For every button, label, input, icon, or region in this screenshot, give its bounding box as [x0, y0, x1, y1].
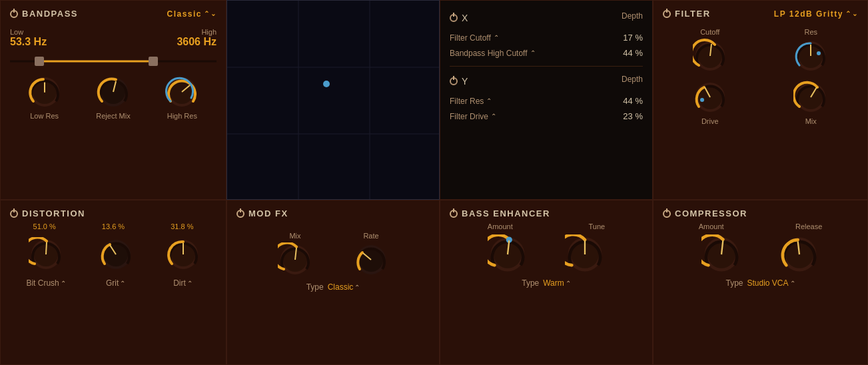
lfo-controls-panel: X Depth Filter Cutoff ⌃ 17 % Bandpass Hi…: [440, 0, 653, 200]
bandpass-low-group: Low 53.3 Hz: [10, 28, 47, 48]
compressor-title-row: COMPRESSOR: [663, 208, 858, 218]
low-res-knob-container: Low Res: [27, 75, 62, 120]
bandpass-high-group: High 3606 Hz: [177, 28, 217, 48]
comp-amount-label: Amount: [699, 222, 724, 230]
bass-type-row[interactable]: Type Warm ⌃: [450, 278, 643, 288]
x-param-0: Filter Cutoff ⌃ 17 %: [450, 30, 643, 45]
comp-release-knob[interactable]: [779, 234, 819, 274]
slider-fill: [41, 61, 155, 63]
bandpass-high-label: High: [177, 28, 217, 36]
modfx-mix-label: Mix: [289, 232, 300, 240]
comp-amount-knob-container: [701, 234, 741, 274]
modfx-mix-knob[interactable]: [278, 242, 312, 277]
compressor-type-row[interactable]: Type Studio VCA ⌃: [663, 278, 858, 288]
filter-title-row: FILTER LP 12dB Gritty ⌃⌄: [663, 9, 858, 19]
cutoff-label: Cutoff: [700, 28, 719, 36]
svg-point-17: [817, 51, 821, 55]
bandpass-hz-row: Low 53.3 Hz High 3606 Hz: [10, 28, 217, 48]
svg-line-28: [46, 242, 47, 254]
compressor-title: COMPRESSOR: [675, 208, 747, 218]
bandpass-power-icon[interactable]: [10, 10, 18, 18]
xy-pad-panel[interactable]: [226, 0, 440, 200]
bass-amount-knob[interactable]: [488, 234, 528, 274]
x-param-1: Bandpass High Cutoff ⌃ 44 %: [450, 45, 643, 61]
grit-knob[interactable]: [99, 237, 133, 272]
low-res-knob[interactable]: [27, 75, 62, 109]
modfx-power-icon[interactable]: [236, 210, 244, 218]
y-power-icon[interactable]: [450, 77, 458, 85]
filter-power-icon[interactable]: [663, 10, 671, 18]
high-res-knob[interactable]: [165, 75, 199, 109]
bit-crush-value: 51.0 %: [33, 222, 56, 230]
reject-mix-knob[interactable]: [96, 75, 131, 109]
distortion-power-icon[interactable]: [10, 210, 18, 218]
x-axis-title: X: [450, 13, 468, 23]
grit-subtype[interactable]: Grit ⌃: [106, 278, 125, 288]
y-param-0: Filter Res ⌃ 44 %: [450, 93, 643, 109]
bass-tune-knob[interactable]: [565, 234, 605, 274]
filter-type[interactable]: LP 12dB Gritty ⌃⌄: [774, 9, 858, 19]
slider-thumb-low[interactable]: [35, 57, 44, 66]
res-knob[interactable]: [793, 39, 828, 73]
grit-knob-container: Grit ⌃: [99, 237, 133, 288]
bandpass-slider[interactable]: [10, 55, 217, 68]
bit-crush-knob[interactable]: [29, 237, 63, 272]
y-axis-header: Y Depth: [450, 72, 643, 87]
x-power-icon[interactable]: [450, 14, 458, 22]
distortion-values-row: 51.0 % 13.6 % 31.8 %: [10, 222, 217, 230]
y-param-1: Filter Drive ⌃ 23 %: [450, 109, 643, 124]
main-grid: BANDPASS Classic ⌃⌄ Low 53.3 Hz High 360…: [0, 0, 868, 365]
bass-amount-knob-container: [488, 234, 528, 274]
bandpass-low-value: 53.3 Hz: [10, 36, 47, 48]
high-res-knob-container: High Res: [165, 75, 199, 120]
compressor-labels: Amount Release: [663, 222, 858, 230]
filter-mix-label: Mix: [805, 117, 817, 125]
distortion-knobs-row: Bit Crush ⌃ Grit ⌃: [10, 237, 217, 288]
modfx-rate-knob-container: Rate: [354, 232, 388, 277]
xy-grid[interactable]: [227, 1, 439, 199]
x-params-section: Filter Cutoff ⌃ 17 % Bandpass High Cutof…: [450, 30, 643, 61]
compressor-panel: COMPRESSOR Amount Release: [653, 200, 868, 365]
svg-point-21: [700, 98, 704, 102]
bandpass-knobs-row: Low Res Reject Mix: [10, 75, 217, 120]
y-axis-title: Y: [450, 76, 468, 87]
filter-mix-knob[interactable]: [793, 80, 828, 115]
res-label: Res: [804, 28, 817, 36]
reject-mix-knob-container: Reject Mix: [96, 75, 131, 120]
distortion-title-row: DISTORTION: [10, 208, 217, 218]
cutoff-knob[interactable]: [693, 39, 727, 73]
drive-label: Drive: [701, 117, 719, 125]
bass-enhancer-title-row: BASS ENHANCER: [450, 208, 643, 218]
filter-panel: FILTER LP 12dB Gritty ⌃⌄ Cutoff: [653, 0, 868, 200]
bass-enhancer-title: BASS ENHANCER: [462, 208, 550, 218]
high-res-label: High Res: [167, 112, 197, 120]
bass-enhancer-knobs-row: [450, 234, 643, 274]
x-axis-header: X Depth: [450, 9, 643, 23]
modfx-rate-knob[interactable]: [354, 242, 388, 277]
bandpass-low-label: Low: [10, 28, 47, 36]
cutoff-knob-container: Cutoff: [663, 28, 757, 73]
bandpass-title: BANDPASS: [22, 9, 78, 19]
distortion-title: DISTORTION: [22, 208, 85, 218]
compressor-power-icon[interactable]: [663, 210, 671, 218]
slider-thumb-high[interactable]: [149, 57, 158, 66]
comp-amount-knob[interactable]: [701, 234, 741, 274]
y-params-section: Filter Res ⌃ 44 % Filter Drive ⌃ 23 %: [450, 93, 643, 124]
bandpass-type[interactable]: Classic ⌃⌄: [167, 9, 217, 19]
modfx-type-row[interactable]: Type Classic ⌃: [236, 282, 430, 292]
dirt-subtype[interactable]: Dirt ⌃: [173, 278, 193, 288]
bass-enhancer-labels: Amount Tune: [450, 222, 643, 230]
bandpass-high-value: 3606 Hz: [177, 36, 217, 48]
bass-tune-label: Tune: [588, 222, 605, 230]
xy-dot[interactable]: [323, 81, 330, 87]
bass-enhancer-power-icon[interactable]: [450, 210, 458, 218]
bit-crush-subtype[interactable]: Bit Crush ⌃: [26, 278, 65, 288]
reject-mix-label: Reject Mix: [96, 112, 130, 120]
low-res-label: Low Res: [30, 112, 59, 120]
filter-mix-knob-container: Mix: [764, 80, 859, 125]
dirt-knob[interactable]: [166, 237, 201, 272]
drive-knob[interactable]: [693, 80, 727, 115]
modfx-mix-knob-container: Mix: [278, 232, 312, 277]
modfx-rate-label: Rate: [363, 232, 378, 240]
dirt-value: 31.8 %: [171, 222, 193, 230]
